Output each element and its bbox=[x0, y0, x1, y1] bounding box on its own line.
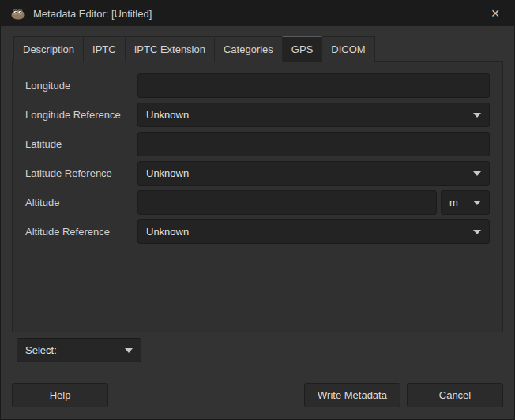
tab-iptc-extension[interactable]: IPTC Extension bbox=[125, 36, 215, 62]
window-title: Metadata Editor: [Untitled] bbox=[33, 8, 152, 20]
latitude-input[interactable] bbox=[137, 132, 490, 156]
altitude-reference-dropdown[interactable]: Unknown bbox=[137, 219, 490, 244]
select-dropdown[interactable]: Select: bbox=[17, 338, 141, 362]
longitude-label: Longitude bbox=[25, 80, 137, 92]
longitude-reference-dropdown[interactable]: Unknown bbox=[137, 103, 490, 127]
chevron-down-icon bbox=[473, 113, 481, 118]
title-bar: Metadata Editor: [Untitled] ✕ bbox=[1, 1, 514, 26]
field-latitude-reference: Latitude Reference Unknown bbox=[25, 161, 490, 186]
tab-description[interactable]: Description bbox=[13, 36, 84, 62]
write-metadata-button[interactable]: Write Metadata bbox=[304, 383, 400, 407]
latitude-reference-label: Latitude Reference bbox=[25, 167, 137, 179]
longitude-reference-label: Longitude Reference bbox=[25, 109, 137, 121]
metadata-editor-dialog: Metadata Editor: [Untitled] ✕ Descriptio… bbox=[0, 0, 515, 420]
field-longitude-reference: Longitude Reference Unknown bbox=[25, 103, 490, 127]
altitude-reference-value: Unknown bbox=[146, 226, 189, 238]
footer-action-buttons: Write Metadata Cancel bbox=[304, 383, 503, 407]
latitude-label: Latitude bbox=[25, 138, 137, 150]
latitude-reference-dropdown[interactable]: Unknown bbox=[137, 161, 490, 186]
field-altitude-reference: Altitude Reference Unknown bbox=[25, 219, 490, 244]
tab-gps[interactable]: GPS bbox=[282, 36, 322, 62]
tab-categories[interactable]: Categories bbox=[214, 36, 283, 62]
close-icon[interactable]: ✕ bbox=[486, 4, 505, 23]
altitude-unit-value: m bbox=[449, 197, 458, 208]
field-altitude: Altitude m bbox=[25, 190, 490, 215]
dialog-footer: Help Write Metadata Cancel bbox=[1, 383, 514, 419]
gps-form-panel: Longitude Longitude Reference Unknown La… bbox=[12, 61, 503, 332]
field-latitude: Latitude bbox=[25, 132, 490, 156]
longitude-input[interactable] bbox=[137, 73, 490, 98]
altitude-input[interactable] bbox=[137, 190, 437, 215]
longitude-reference-value: Unknown bbox=[146, 109, 189, 121]
altitude-reference-label: Altitude Reference bbox=[25, 226, 137, 238]
help-button[interactable]: Help bbox=[12, 383, 108, 407]
tab-dicom[interactable]: DICOM bbox=[321, 36, 374, 62]
altitude-unit-dropdown[interactable]: m bbox=[441, 190, 490, 215]
field-longitude: Longitude bbox=[25, 73, 490, 98]
chevron-down-icon bbox=[473, 230, 481, 234]
chevron-down-icon bbox=[125, 348, 133, 353]
latitude-reference-value: Unknown bbox=[146, 167, 189, 179]
altitude-controls: m bbox=[137, 190, 490, 215]
gimp-wilber-icon bbox=[10, 8, 26, 20]
chevron-down-icon bbox=[473, 201, 481, 205]
select-dropdown-label: Select: bbox=[25, 344, 57, 356]
metadata-tab-bar: Description IPTC IPTC Extension Categori… bbox=[1, 26, 514, 61]
tab-iptc[interactable]: IPTC bbox=[83, 36, 126, 62]
select-row: Select: bbox=[17, 338, 503, 362]
cancel-button[interactable]: Cancel bbox=[407, 383, 503, 407]
chevron-down-icon bbox=[473, 171, 481, 176]
altitude-label: Altitude bbox=[25, 197, 137, 208]
